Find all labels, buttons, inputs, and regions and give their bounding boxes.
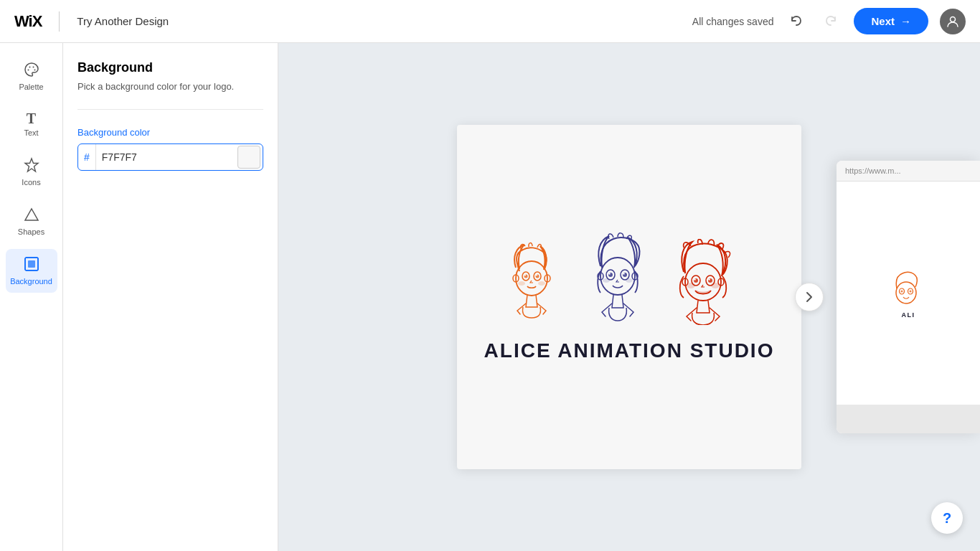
- logo-card: ALICE ANIMATION STUDIO: [457, 125, 801, 469]
- avatar-button[interactable]: [940, 9, 966, 34]
- color-hash: #: [78, 144, 96, 170]
- svg-point-47: [910, 290, 912, 292]
- color-value-input[interactable]: [96, 151, 235, 163]
- svg-point-1: [27, 70, 29, 71]
- svg-point-18: [538, 281, 545, 286]
- redo-icon: [824, 14, 838, 29]
- wix-logo: WiX: [14, 12, 42, 31]
- next-button[interactable]: Next →: [854, 8, 928, 34]
- anime-char-2: [586, 232, 665, 325]
- svg-marker-6: [25, 209, 38, 220]
- svg-point-43: [896, 282, 916, 303]
- next-arrow-icon: →: [900, 15, 911, 27]
- anime-char-3: [671, 239, 757, 325]
- sidebar-text-label: Text: [24, 128, 38, 137]
- help-button[interactable]: ?: [931, 502, 963, 534]
- svg-point-32: [685, 263, 721, 301]
- svg-point-21: [600, 258, 635, 295]
- svg-point-17: [518, 281, 525, 286]
- panel-title: Background: [77, 60, 263, 75]
- shapes-icon: [24, 207, 39, 225]
- anime-characters: [501, 232, 757, 325]
- canvas-area: ALICE ANIMATION STUDIO https://www.m...: [278, 43, 980, 551]
- user-icon: [946, 15, 959, 28]
- sidebar-item-text[interactable]: T Text: [6, 104, 57, 144]
- star-icon: [24, 157, 39, 175]
- svg-point-37: [694, 278, 695, 280]
- svg-point-38: [708, 278, 710, 280]
- preview-logo-text: ALI: [902, 311, 915, 319]
- color-swatch[interactable]: [237, 146, 260, 169]
- preview-content: ALI: [837, 182, 980, 405]
- logo-text: ALICE ANIMATION STUDIO: [484, 339, 775, 362]
- panel-divider: [77, 109, 263, 110]
- preview-url-bar: https://www.m...: [837, 161, 980, 182]
- color-input-row: #: [77, 143, 263, 171]
- svg-marker-5: [25, 159, 38, 171]
- svg-point-0: [951, 17, 956, 22]
- undo-button[interactable]: [785, 10, 808, 33]
- svg-point-27: [623, 273, 624, 274]
- svg-point-29: [626, 278, 633, 283]
- help-icon: ?: [943, 510, 951, 527]
- undo-icon: [789, 14, 804, 29]
- svg-rect-8: [28, 260, 35, 268]
- svg-point-15: [524, 275, 526, 276]
- svg-point-26: [608, 273, 610, 274]
- main-layout: Palette T Text Icons Shapes: [0, 43, 980, 551]
- logo-area: WiX Try Another Design: [14, 11, 169, 32]
- sidebar-item-background[interactable]: Background: [6, 249, 57, 293]
- svg-point-10: [516, 261, 547, 296]
- text-icon: T: [27, 111, 36, 126]
- background-color-label: Background color: [77, 127, 263, 138]
- topbar: WiX Try Another Design All changes saved…: [0, 0, 980, 43]
- svg-point-4: [34, 70, 35, 71]
- topbar-divider: [59, 11, 60, 32]
- svg-point-3: [32, 67, 34, 68]
- preview-card: https://www.m... ALI: [837, 161, 980, 433]
- svg-point-28: [603, 278, 610, 283]
- panel: Background Pick a background color for y…: [63, 43, 278, 551]
- sidebar-item-icons[interactable]: Icons: [6, 150, 57, 194]
- left-sidebar: Palette T Text Icons Shapes: [0, 43, 63, 551]
- sidebar-item-palette[interactable]: Palette: [6, 55, 57, 98]
- next-nav-button[interactable]: [795, 283, 824, 311]
- panel-subtitle: Pick a background color for your logo.: [77, 81, 263, 92]
- svg-point-46: [901, 290, 903, 292]
- changes-saved-label: All changes saved: [692, 16, 774, 27]
- background-icon: [24, 256, 39, 274]
- anime-char-1: [501, 239, 580, 325]
- preview-footer: [837, 405, 980, 433]
- chevron-right-icon: [804, 291, 815, 303]
- preview-logo-icon: [887, 268, 930, 311]
- svg-point-16: [536, 275, 537, 276]
- sidebar-item-shapes[interactable]: Shapes: [6, 199, 57, 243]
- topbar-right: All changes saved Next →: [692, 8, 966, 34]
- sidebar-background-label: Background: [10, 277, 52, 286]
- sidebar-shapes-label: Shapes: [18, 227, 44, 236]
- svg-point-2: [29, 67, 30, 68]
- sidebar-icons-label: Icons: [22, 178, 40, 187]
- next-label: Next: [871, 15, 895, 27]
- palette-icon: [24, 62, 39, 80]
- sidebar-palette-label: Palette: [19, 83, 43, 91]
- redo-button[interactable]: [819, 10, 842, 33]
- page-title: Try Another Design: [77, 15, 169, 27]
